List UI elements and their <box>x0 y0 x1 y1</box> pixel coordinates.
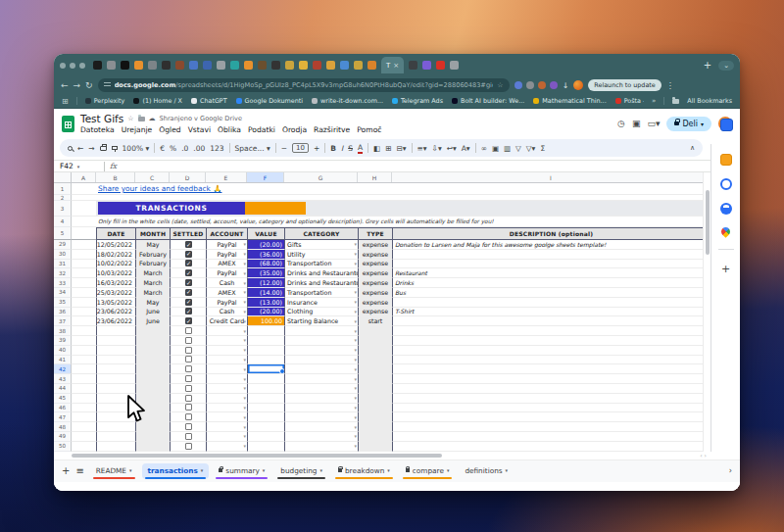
chevron-down-icon[interactable]: ▾ <box>387 467 390 473</box>
bookmark-item[interactable]: Bolt AI builder: We... <box>452 97 524 105</box>
cell-A4[interactable] <box>72 217 96 227</box>
text-color-icon[interactable]: A <box>358 143 363 154</box>
bookmark-item[interactable]: (1) Home / X <box>133 97 182 105</box>
checkbox-checked[interactable] <box>185 317 192 324</box>
chevron-down-icon[interactable]: ▾ <box>506 467 509 473</box>
row-header-37[interactable]: 37 <box>54 316 72 326</box>
dropdown-icon[interactable]: ▾ <box>243 357 246 363</box>
account-cell[interactable]: Credit Card▾ <box>206 316 247 326</box>
row-header-1[interactable]: 1 <box>54 183 72 195</box>
browser-tab[interactable] <box>121 61 129 70</box>
browser-tab[interactable] <box>107 61 116 70</box>
category-cell[interactable]: ▾ <box>284 394 358 404</box>
browser-tab[interactable] <box>450 61 459 70</box>
bookmark-item[interactable]: Google Dokumenti <box>236 97 303 105</box>
star-icon[interactable]: ☆ <box>127 115 133 122</box>
value-cell[interactable] <box>247 432 284 442</box>
cell-A32[interactable] <box>72 268 96 278</box>
account-cell[interactable]: ▾ <box>206 394 247 404</box>
all-sheets-menu-icon[interactable]: ≡ <box>75 465 83 476</box>
checkbox[interactable] <box>185 347 192 354</box>
value-cell[interactable] <box>247 346 284 356</box>
cell-A35[interactable] <box>72 298 96 308</box>
bookmark-item[interactable]: ChatGPT <box>191 97 227 105</box>
dropdown-icon[interactable]: ▾ <box>243 337 246 343</box>
description-cell[interactable] <box>392 326 710 336</box>
cell-A39[interactable] <box>72 336 96 346</box>
checkbox-checked[interactable] <box>185 279 192 286</box>
sheet-tab-definitions[interactable]: definitions▾ <box>459 463 514 479</box>
checkbox[interactable] <box>185 433 192 440</box>
settled-cell[interactable] <box>170 412 206 422</box>
value-cell[interactable] <box>247 422 284 432</box>
cell-A34[interactable] <box>72 288 96 298</box>
date-cell[interactable]: 10/02/2022 <box>96 260 135 269</box>
account-cell[interactable]: Cash▾ <box>206 278 247 288</box>
dropdown-icon[interactable]: ▾ <box>243 443 246 449</box>
back-icon[interactable]: ← <box>61 81 69 90</box>
feedback-link[interactable]: Share your ideas and feedback 🙏 <box>96 184 221 193</box>
date-cell[interactable] <box>96 326 135 336</box>
insert-chart-icon[interactable]: ▥ <box>504 144 511 153</box>
row-header-36[interactable]: 36 <box>54 308 72 317</box>
checkbox[interactable] <box>185 395 192 402</box>
dropdown-icon[interactable]: ▾ <box>354 443 357 449</box>
category-cell[interactable]: Clothing▾ <box>284 308 358 317</box>
cell-A47[interactable] <box>72 412 96 422</box>
dropdown-icon[interactable]: ▾ <box>243 366 246 372</box>
dropdown-icon[interactable]: ▾ <box>243 347 246 353</box>
cell-A37[interactable] <box>72 316 96 326</box>
cell-A31[interactable] <box>72 260 96 269</box>
row-header-48[interactable]: 48 <box>54 422 72 432</box>
column-header-C[interactable]: C <box>135 172 170 182</box>
menu-ogled[interactable]: Ogled <box>159 125 180 134</box>
row-header-35[interactable]: 35 <box>54 298 72 308</box>
description-cell[interactable]: Drinks <box>392 278 710 288</box>
row-header-31[interactable]: 31 <box>54 260 72 269</box>
category-cell[interactable]: Utility▾ <box>284 250 358 260</box>
date-cell[interactable]: 12/05/2022 <box>96 240 135 250</box>
category-cell[interactable]: ▾ <box>284 384 358 394</box>
account-cell[interactable]: AMEX▾ <box>206 288 247 298</box>
currency-format-icon[interactable]: € <box>160 144 165 153</box>
browser-tab[interactable] <box>148 61 157 70</box>
dropdown-icon[interactable]: ▾ <box>354 424 357 430</box>
bold-icon[interactable]: B <box>330 144 336 153</box>
description-cell[interactable] <box>392 364 710 374</box>
dropdown-icon[interactable]: ▾ <box>354 395 357 401</box>
cell-A44[interactable] <box>72 384 96 394</box>
browser-tab[interactable] <box>313 61 321 70</box>
category-cell[interactable]: ▾ <box>284 442 358 452</box>
settled-cell[interactable] <box>170 384 206 394</box>
category-cell[interactable]: ▾ <box>284 364 358 374</box>
grid-corner[interactable] <box>54 172 72 182</box>
all-bookmarks-label[interactable]: All Bookmarks <box>687 97 732 105</box>
cell-A48[interactable] <box>72 422 96 432</box>
chevron-down-icon[interactable]: ▾ <box>319 467 322 473</box>
browser-tab-active[interactable]: T× <box>381 57 404 73</box>
browser-tab[interactable] <box>354 61 363 70</box>
dropdown-icon[interactable]: ▾ <box>243 280 246 286</box>
description-cell[interactable] <box>392 316 710 326</box>
menu-orodja[interactable]: Orodja <box>282 125 307 134</box>
sheet-tab-summary[interactable]: summary▾ <box>213 463 270 479</box>
font-select[interactable]: Space... ▾ <box>235 144 270 153</box>
text-wrap-icon[interactable]: ↩▾ <box>447 144 457 153</box>
sheets-logo-icon[interactable] <box>62 116 74 132</box>
maximize-window-icon[interactable] <box>79 63 85 69</box>
date-cell[interactable] <box>96 364 135 374</box>
category-cell[interactable]: Starting Balance▾ <box>284 316 358 326</box>
column-header-H[interactable]: H <box>358 172 392 182</box>
browser-tab[interactable] <box>340 61 349 70</box>
cell-A3[interactable] <box>72 201 96 217</box>
settled-cell[interactable] <box>170 278 206 288</box>
bookmark-item[interactable]: write-it-down.com... <box>312 97 383 105</box>
addon-icon[interactable] <box>720 119 733 131</box>
category-cell[interactable]: ▾ <box>284 404 358 413</box>
row-header-42[interactable]: 42 <box>54 364 72 374</box>
cell-A42[interactable] <box>72 364 96 374</box>
cell-A50[interactable] <box>72 442 96 452</box>
window-controls[interactable] <box>60 63 85 69</box>
date-cell[interactable]: 16/03/2022 <box>96 278 135 288</box>
row-header-49[interactable]: 49 <box>54 432 72 442</box>
